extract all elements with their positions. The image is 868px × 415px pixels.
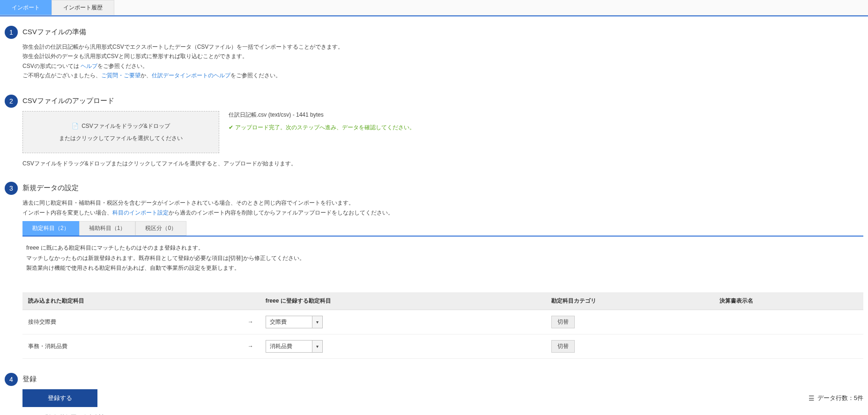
step-1-line-1b: 弥生会計以外のデータも汎用形式CSVと同じ形式に整形すれば取り込むことができます… xyxy=(22,52,863,61)
dropzone-line-2: またはクリックしてファイルを選択してください xyxy=(28,132,214,144)
step-4-number: 4 xyxy=(5,373,18,386)
upload-success-message: ✔アップロード完了。次のステップへ進み、データを確認してください。 xyxy=(229,124,415,132)
step-3-title: 新規データの設定 xyxy=(22,184,863,193)
step-3-line-2a: インポート内容を変更したい場合、 xyxy=(22,209,112,216)
step-1-line-1a: 弥生会計の仕訳日記帳から汎用形式CSVでエクスポートしたデータ（CSVファイル）… xyxy=(22,42,863,52)
step-3-note-3: 製造業向け機能で使用される勘定科目があれば、自動で事業所の設定を更新します。 xyxy=(26,263,863,274)
read-account: 接待交際費 xyxy=(22,310,241,334)
col-register-account: freee に登録する勘定科目 xyxy=(260,292,546,310)
account-select[interactable]: 消耗品費 ▾ xyxy=(266,340,323,353)
account-select[interactable]: 交際費 ▾ xyxy=(266,316,323,328)
inquiry-link[interactable]: ご質問・ご要望 xyxy=(101,72,141,79)
step-1-line-2b: をご参照ください。 xyxy=(97,63,148,69)
step-2-number: 2 xyxy=(5,95,18,108)
pill-tabs: 勘定科目（2） 補助科目（1） 税区分（0） xyxy=(22,221,863,236)
selected-value: 交際費 xyxy=(266,316,312,328)
pill-tax[interactable]: 税区分（0） xyxy=(135,221,186,236)
arrow-icon: → xyxy=(241,310,260,334)
table-row: 事務・消耗品費 → 消耗品費 ▾ 切替 xyxy=(22,334,863,358)
upload-note: CSVファイルをドラッグ&ドロップまたはクリックしてファイルを選択すると、アップ… xyxy=(22,160,863,168)
selected-value: 消耗品費 xyxy=(266,340,312,353)
top-tabs: インポート インポート履歴 xyxy=(0,0,868,15)
step-3: 3 新規データの設定 過去に同じ勘定科目・補助科目・税区分を含むデータがインポー… xyxy=(5,182,863,359)
col-category: 勘定科目カテゴリ xyxy=(546,292,714,310)
check-icon: ✔ xyxy=(229,124,233,131)
step-3-note-1: freee に既にある勘定科目にマッチしたものはそのまま登録されます。 xyxy=(26,243,863,253)
col-report-name: 決算書表示名 xyxy=(714,292,863,310)
read-account: 事務・消耗品費 xyxy=(22,334,241,358)
uploaded-file-info: 仕訳日記帳.csv (text/csv) - 1441 bytes xyxy=(229,111,415,119)
step-1-line-3b: か、 xyxy=(141,72,152,79)
file-dropzone[interactable]: 📄CSVファイルをドラッグ&ドロップ またはクリックしてファイルを選択してくださ… xyxy=(22,111,219,154)
step-3-number: 3 xyxy=(5,182,18,195)
step-4: 4 登録 登録する ☰ データ行数：5件 データ種別: 振替伝票（弥生会計） [… xyxy=(5,373,863,415)
step-4-title: 登録 xyxy=(22,375,863,384)
chevron-down-icon: ▾ xyxy=(312,316,323,328)
swap-button[interactable]: 切替 xyxy=(551,316,575,328)
tab-history[interactable]: インポート履歴 xyxy=(52,0,114,15)
help-link[interactable]: ヘルプ xyxy=(81,63,97,69)
list-icon: ☰ xyxy=(809,394,815,402)
tab-import[interactable]: インポート xyxy=(0,0,52,15)
chevron-down-icon: ▾ xyxy=(312,340,323,353)
pill-account[interactable]: 勘定科目（2） xyxy=(22,221,79,236)
step-1-number: 1 xyxy=(5,26,18,39)
step-1-line-3c: をご参照ください。 xyxy=(230,72,281,79)
dropzone-line-1: CSVファイルをドラッグ&ドロップ xyxy=(82,123,170,129)
divider xyxy=(22,236,863,237)
import-settings-link[interactable]: 科目のインポート設定 xyxy=(112,209,169,216)
step-2: 2 CSVファイルのアップロード 📄CSVファイルをドラッグ&ドロップ またはク… xyxy=(5,95,863,168)
col-arrow xyxy=(241,292,260,310)
step-3-line-2b: から過去のインポート内容を削除してからファイルアップロードをしなおしてください。 xyxy=(169,209,393,216)
account-mapping-table: 読み込まれた勘定科目 freee に登録する勘定科目 勘定科目カテゴリ 決算書表… xyxy=(22,292,863,359)
step-2-title: CSVファイルのアップロード xyxy=(22,96,863,105)
step-1: 1 CSVファイルの準備 弥生会計の仕訳日記帳から汎用形式CSVでエクスポートし… xyxy=(5,26,863,81)
step-3-line-1: 過去に同じ勘定科目・補助科目・税区分を含むデータがインポートされている場合、その… xyxy=(22,198,863,208)
arrow-icon: → xyxy=(241,334,260,358)
step-3-note-2: マッチしなかったものは新規登録されます。既存科目として登録が必要な項目は[切替]… xyxy=(26,253,863,264)
register-button[interactable]: 登録する xyxy=(22,389,97,407)
step-1-line-3a: ご不明な点がございましたら、 xyxy=(22,72,101,79)
col-read-account: 読み込まれた勘定科目 xyxy=(22,292,241,310)
row-count: ☰ データ行数：5件 xyxy=(809,394,863,402)
step-1-title: CSVファイルの準備 xyxy=(22,28,863,37)
swap-button[interactable]: 切替 xyxy=(551,340,575,353)
import-help-link[interactable]: 仕訳データインポートのヘルプ xyxy=(152,72,230,79)
pill-sub-account[interactable]: 補助科目（1） xyxy=(79,221,136,236)
table-row: 接待交際費 → 交際費 ▾ 切替 xyxy=(22,310,863,334)
step-1-line-2a: CSVの形式については xyxy=(22,63,81,69)
file-icon: 📄 xyxy=(72,120,79,132)
